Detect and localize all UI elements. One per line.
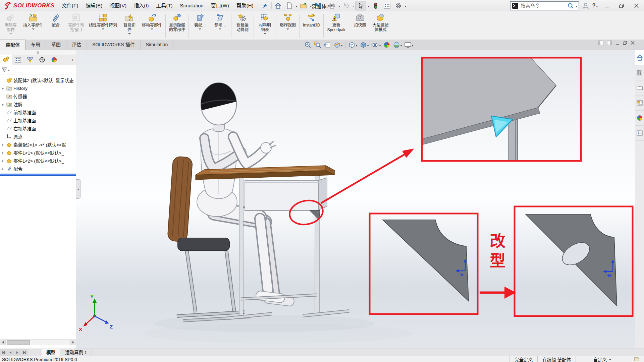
panel-splitter-grip[interactable] [0, 50, 76, 55]
tab-simulation[interactable]: Simulation [141, 40, 173, 50]
scrollbar-thumb[interactable] [7, 340, 30, 345]
home-button[interactable] [273, 1, 283, 10]
rollback-bar[interactable] [0, 174, 76, 176]
filter-caret[interactable] [8, 67, 10, 72]
save-caret[interactable] [324, 3, 326, 8]
save-button[interactable] [313, 1, 323, 10]
menu-tools[interactable]: 工具(T) [152, 0, 176, 11]
menu-window[interactable]: 窗口(W) [207, 0, 233, 11]
tree-item-sensors[interactable]: 传感器 [0, 92, 76, 100]
large-assembly-mode-button[interactable]: 大型装配 体模式 [370, 12, 391, 40]
tab-sketch[interactable]: 草图 [46, 40, 66, 50]
hide-show-items-button[interactable] [370, 41, 381, 49]
expand-arrow[interactable] [1, 86, 5, 90]
user-account-icon[interactable] [582, 2, 589, 9]
task-pane-custom-properties[interactable] [635, 126, 644, 141]
new-document-caret[interactable] [296, 3, 298, 8]
search-input[interactable] [520, 3, 566, 9]
move-component-button[interactable]: 移动零部件 [140, 12, 164, 40]
menu-simulation[interactable]: Simulation [176, 0, 207, 11]
dropdown-caret[interactable] [128, 33, 131, 35]
task-pane-appearances[interactable] [635, 111, 644, 126]
panel-collapse-handle[interactable] [76, 179, 80, 199]
graphics-area[interactable]: Y X Z [76, 50, 635, 349]
tree-item-top-plane[interactable]: 上视基准面 [0, 116, 76, 124]
undo-caret[interactable] [353, 3, 355, 8]
panel-tabs-overflow[interactable] [70, 55, 76, 65]
edit-appearance-button[interactable] [382, 41, 391, 49]
task-pane-design-library[interactable] [635, 65, 644, 80]
dropdown-caret[interactable] [286, 28, 289, 30]
minimize-button[interactable] [601, 1, 612, 10]
quick-tips-button[interactable] [629, 356, 644, 362]
view-settings-caret[interactable] [412, 42, 413, 48]
print-caret[interactable] [338, 3, 340, 8]
task-pane-file-explorer[interactable] [635, 80, 644, 96]
smart-fasteners-button[interactable]: 智能扣 件 [119, 12, 140, 40]
doc-close-icon[interactable] [631, 41, 635, 45]
take-snapshot-button[interactable]: 拍快照 [350, 12, 370, 40]
settings-button[interactable] [393, 1, 404, 10]
tree-root-assembly[interactable]: 装配体2 (默认<默认_显示状态 [0, 76, 76, 84]
tree-item-part1-1[interactable]: 零件1<1> (默认<<默认>_ [0, 148, 76, 157]
instant3d-button[interactable]: Instant3D [301, 12, 322, 40]
close-button[interactable] [631, 1, 642, 10]
options-list-button[interactable] [382, 1, 392, 10]
last-study-button[interactable] [21, 349, 28, 356]
tab-property-manager[interactable] [12, 55, 24, 65]
graphics-viewport[interactable]: Y X Z [76, 50, 635, 349]
pin-menu-button[interactable] [260, 1, 270, 10]
tree-item-part1-2[interactable]: 零件1<2> (默认<<默认>_ [0, 157, 76, 165]
scroll-left-button[interactable] [0, 340, 6, 345]
dropdown-caret[interactable] [9, 33, 12, 35]
help-button[interactable] [592, 3, 598, 9]
section-view-caret[interactable] [341, 42, 342, 48]
tab-feature-manager[interactable] [0, 55, 12, 65]
edit-component-button[interactable]: 编辑零 部件 [1, 12, 21, 40]
dropdown-caret[interactable] [102, 28, 104, 30]
expand-arrow[interactable] [1, 159, 5, 163]
next-study-button[interactable] [14, 349, 21, 356]
print-button[interactable] [327, 1, 337, 10]
mate-button[interactable]: 配合 [46, 12, 66, 40]
menu-insert[interactable]: 插入(I) [130, 0, 152, 11]
tree-item-table-assembly[interactable]: 桌装配2<1> ->* (默认<<默 [0, 140, 76, 148]
tab-display-manager[interactable] [48, 55, 60, 65]
expand-arrow[interactable] [1, 151, 5, 155]
insert-components-button[interactable]: 插入零部件 [21, 12, 46, 40]
dropdown-caret[interactable] [32, 28, 35, 30]
new-document-button[interactable] [284, 1, 294, 10]
hide-show-caret[interactable] [379, 42, 381, 48]
assembly-features-button[interactable]: 装配... [190, 12, 210, 40]
new-motion-study-button[interactable]: 新建运 动算例 [232, 12, 253, 40]
search-icon[interactable] [568, 3, 574, 9]
tree-item-right-plane[interactable]: 右视基准面 [0, 124, 76, 132]
dropdown-caret[interactable] [219, 28, 221, 30]
tab-configuration-manager[interactable] [24, 55, 36, 65]
open-caret[interactable] [310, 3, 312, 8]
view-orientation-button[interactable] [347, 41, 358, 49]
reference-geometry-button[interactable]: 参考... [210, 12, 230, 40]
apply-scene-caret[interactable] [400, 42, 402, 48]
tree-item-annotations[interactable]: 注解 [0, 100, 76, 108]
linear-component-pattern-button[interactable]: 线性零部件阵列 [87, 12, 119, 40]
update-speedpak-button[interactable]: 更新 Speedpak [325, 12, 347, 40]
tab-assembly[interactable]: 装配体 [0, 40, 25, 50]
split-pane-left-icon[interactable] [598, 41, 603, 45]
undo-button[interactable] [341, 1, 352, 10]
tree-item-front-plane[interactable]: 前视基准面 [0, 108, 76, 116]
task-pane-home[interactable] [635, 50, 644, 65]
exploded-view-button[interactable]: 爆炸视图 [277, 12, 298, 40]
section-view-button[interactable] [333, 41, 343, 49]
expand-arrow[interactable] [1, 103, 5, 106]
doc-minimize-icon[interactable] [615, 41, 620, 45]
tree-item-origin[interactable]: 原点 [0, 132, 76, 140]
dropdown-caret[interactable] [199, 28, 201, 30]
tree-item-history[interactable]: History [0, 84, 76, 92]
previous-study-button[interactable] [7, 349, 14, 356]
panel-horizontal-scrollbar[interactable] [0, 339, 76, 345]
task-pane-view-palette[interactable] [635, 96, 644, 111]
select-caret[interactable] [368, 3, 369, 8]
dropdown-caret[interactable] [151, 28, 153, 30]
show-hidden-components-button[interactable]: 显示隐藏 的零部件 [167, 12, 187, 40]
